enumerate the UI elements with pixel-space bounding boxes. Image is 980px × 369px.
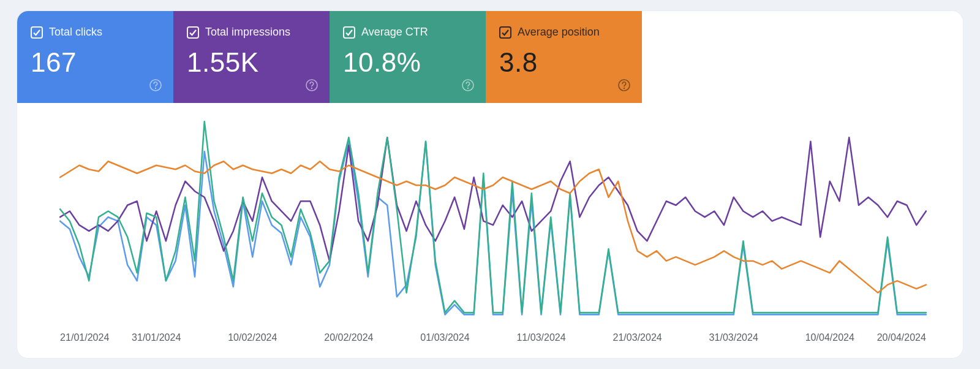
series-average-ctr [60, 121, 926, 313]
checkbox-checked-icon [31, 26, 43, 39]
metric-value: 1.55K [187, 47, 316, 78]
svg-point-5 [311, 88, 312, 89]
performance-card: Total clicks 167 Total impressions 1.55K… [17, 11, 963, 358]
help-icon[interactable] [461, 78, 475, 94]
metric-label: Total clicks [49, 26, 102, 39]
metric-tile-clicks[interactable]: Total clicks 167 [17, 11, 173, 103]
x-tick-label: 01/03/2024 [420, 331, 469, 342]
metric-tile-impressions[interactable]: Total impressions 1.55K [173, 11, 330, 103]
x-tick-label: 21/01/2024 [60, 331, 109, 342]
performance-line-chart: 21/01/202431/01/202410/02/202420/02/2024… [36, 109, 944, 358]
x-tick-label: 10/04/2024 [805, 331, 854, 342]
x-tick-label: 31/01/2024 [132, 331, 181, 342]
x-tick-label: 11/03/2024 [516, 331, 565, 342]
x-tick-label: 20/02/2024 [324, 331, 373, 342]
checkbox-checked-icon [499, 26, 511, 39]
checkbox-checked-icon [187, 26, 199, 39]
metric-value: 167 [31, 47, 160, 78]
svg-rect-3 [187, 27, 198, 38]
svg-rect-0 [31, 27, 42, 38]
help-icon[interactable] [149, 78, 162, 94]
metric-label: Average position [518, 26, 600, 39]
help-icon[interactable] [617, 78, 631, 94]
chart-area: 21/01/202431/01/202410/02/202420/02/2024… [17, 103, 963, 358]
metric-tile-position[interactable]: Average position 3.8 [486, 11, 642, 103]
x-tick-label: 20/04/2024 [877, 331, 926, 342]
svg-rect-9 [500, 27, 511, 38]
help-icon[interactable] [305, 78, 318, 94]
metric-tile-ctr[interactable]: Average CTR 10.8% [330, 11, 486, 103]
x-tick-label: 31/03/2024 [709, 331, 758, 342]
metric-value: 3.8 [499, 47, 628, 78]
checkbox-checked-icon [343, 26, 355, 39]
metrics-row: Total clicks 167 Total impressions 1.55K… [17, 11, 963, 103]
svg-point-11 [624, 88, 625, 89]
x-tick-label: 21/03/2024 [613, 331, 662, 342]
metric-label: Average CTR [361, 26, 428, 39]
metric-label: Total impressions [205, 26, 290, 39]
x-tick-label: 10/02/2024 [228, 331, 277, 342]
svg-point-8 [467, 88, 469, 89]
svg-rect-6 [344, 27, 355, 38]
metric-value: 10.8% [343, 47, 472, 78]
svg-point-2 [155, 88, 156, 89]
